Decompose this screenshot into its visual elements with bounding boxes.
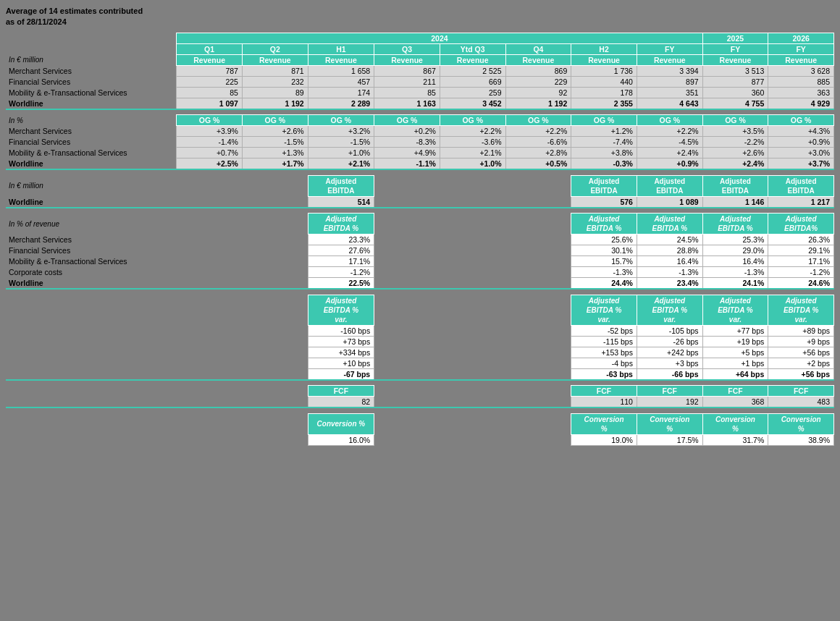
worldline-rev-fy2026: 4 929: [768, 98, 834, 109]
financial-adj-pct-fy2025: 29.0%: [702, 245, 768, 256]
report-header: Average of 14 estimates contributed as o…: [6, 6, 834, 28]
in-eur-million-label: In € million: [6, 54, 177, 65]
adj-ebitda-fy2025-val: 1 146: [702, 196, 768, 208]
financial-og-q4: -6.6%: [505, 137, 571, 148]
in-pct-label: In %: [6, 115, 177, 126]
fcf-h1-header: FCF: [308, 386, 374, 397]
mobility-og-label: Mobility & e-Transactional Services: [6, 148, 177, 159]
adj-ebitda-pct-fy2026-header: AdjustedEBITDA%: [768, 214, 834, 235]
financial-rev-h1: 457: [308, 76, 374, 87]
fcf-h1-val: 82: [308, 397, 374, 408]
adj-ebitda-pct-h2-header: AdjustedEBITDA %: [571, 214, 637, 235]
og-h2: OG %: [571, 115, 637, 126]
financial-og-q1: -1.4%: [177, 137, 243, 148]
fcf-header-row: FCF FCF FCF FCF FCF: [6, 386, 834, 397]
mobility-var-row: +334 bps +153 bps +242 bps +5 bps +56 bp…: [6, 347, 834, 358]
mobility-og-h1: +1.0%: [308, 148, 374, 159]
fcf-fy-val: 192: [637, 397, 702, 408]
worldline-rev-q4: 1 192: [505, 98, 571, 109]
merchant-adj-pct-fy: 24.5%: [637, 235, 702, 245]
mobility-rev-q3: 85: [374, 87, 440, 98]
merchant-rev-q3: 867: [374, 65, 440, 76]
conversion-h1-header: Conversion %: [308, 413, 374, 434]
adj-ebitda-var-h1-header: AdjustedEBITDA %var.: [308, 295, 374, 325]
financial-og-fy2026: +0.9%: [768, 137, 834, 148]
worldline-og-label: Worldline: [6, 159, 177, 170]
merchant-adj-pct-fy2026: 26.3%: [768, 235, 834, 245]
og-q2: OG %: [242, 115, 308, 126]
ytdq3-header: Ytd Q3: [440, 43, 505, 54]
merchant-adj-pct-row: Merchant Services 23.3% 25.6% 24.5% 25.3…: [6, 235, 834, 245]
financial-rev-q2: 232: [242, 76, 308, 87]
rev-fy: Revenue: [637, 54, 702, 65]
mobility-adj-pct-fy: 16.4%: [637, 256, 702, 267]
mobility-revenue-row: Mobility & e-Transactional Services 85 8…: [6, 87, 834, 98]
merchant-adj-pct-h1: 23.3%: [308, 235, 374, 245]
worldline-rev-fy2025: 4 755: [702, 98, 768, 109]
worldline-og-h1: +2.1%: [308, 159, 374, 170]
adj-ebitda-var-h2-header: AdjustedEBITDA %var.: [571, 295, 637, 325]
worldline-var-fy2026: +56 bps: [768, 368, 834, 380]
og-q3: OG %: [374, 115, 440, 126]
fcf-fy2026-header: FCF: [768, 386, 834, 397]
og-h1: OG %: [308, 115, 374, 126]
adj-ebitda-var-fy2025-header: AdjustedEBITDA %var.: [702, 295, 768, 325]
corporate-var-row: +10 bps -4 bps +3 bps +1 bps +2 bps: [6, 358, 834, 368]
corporate-adj-pct-fy: -1.3%: [637, 267, 702, 278]
worldline-og-h2: -0.3%: [571, 159, 637, 170]
mobility-rev-fy2025: 360: [702, 87, 768, 98]
merchant-var-fy2026: +89 bps: [768, 325, 834, 336]
corporate-adj-pct-h2: -1.3%: [571, 267, 637, 278]
header-line1: Average of 14 estimates contributed: [6, 6, 834, 17]
year-2025-header: 2025: [702, 33, 768, 43]
mobility-rev-h2: 178: [571, 87, 637, 98]
mobility-var-fy: +242 bps: [637, 347, 702, 358]
financial-og-h1: -1.5%: [308, 137, 374, 148]
mobility-adj-pct-h2: 15.7%: [571, 256, 637, 267]
conversion-value-row: 16.0% 19.0% 17.5% 31.7% 38.9%: [6, 434, 834, 445]
merchant-og-row: Merchant Services +3.9% +2.6% +3.2% +0.2…: [6, 126, 834, 137]
rev-q3: Revenue: [374, 54, 440, 65]
conversion-header-row: Conversion % Conversion% Conversion% Con…: [6, 413, 834, 434]
mobility-og-fy: +2.4%: [637, 148, 702, 159]
worldline-revenue-row: Worldline 1 097 1 192 2 289 1 163 3 452 …: [6, 98, 834, 109]
spacer-2: [6, 169, 834, 175]
merchant-revenue-row: Merchant Services 787 871 1 658 867 2 52…: [6, 65, 834, 76]
mobility-og-fy2025: +2.6%: [702, 148, 768, 159]
worldline-og-row: Worldline +2.5% +1.7% +2.1% -1.1% +1.0% …: [6, 159, 834, 170]
main-table: 2024 2025 2026 Q1 Q2 H1 Q3 Ytd Q3 Q4 H2 …: [6, 33, 834, 446]
corporate-var-h1: +10 bps: [308, 358, 374, 368]
corporate-var-fy2025: +1 bps: [702, 358, 768, 368]
mobility-adj-pct-label: Mobility & e-Transactional Services: [6, 256, 177, 267]
period-corner: [6, 43, 177, 54]
financial-rev-h2: 440: [571, 76, 637, 87]
worldline-og-q3: -1.1%: [374, 159, 440, 170]
fcf-h2-header: FCF: [571, 386, 637, 397]
mobility-rev-q1: 85: [177, 87, 243, 98]
merchant-adj-pct-label: Merchant Services: [6, 235, 177, 245]
mobility-og-q2: +1.3%: [242, 148, 308, 159]
financial-var-h2: -115 bps: [571, 336, 637, 347]
corner-cell: [6, 33, 177, 43]
worldline-adj-pct-fy2025: 24.1%: [702, 278, 768, 290]
financial-rev-ytdq3: 669: [440, 76, 505, 87]
conversion-fy-header: Conversion%: [637, 413, 702, 434]
worldline-adj-ebitda-label: Worldline: [6, 196, 177, 208]
mobility-adj-pct-fy2026: 17.1%: [768, 256, 834, 267]
financial-og-fy2025: -2.2%: [702, 137, 768, 148]
financial-revenue-row: Financial Services 225 232 457 211 669 2…: [6, 76, 834, 87]
merchant-og-label: Merchant Services: [6, 126, 177, 137]
year-2024-header: 2024: [177, 33, 702, 43]
financial-rev-fy2025: 877: [702, 76, 768, 87]
adj-ebitda-var-header-row: AdjustedEBITDA %var. AdjustedEBITDA %var…: [6, 295, 834, 325]
og-fy2026: OG %: [768, 115, 834, 126]
spacer-4: [6, 289, 834, 295]
h1-header: H1: [308, 43, 374, 54]
worldline-og-fy: +0.9%: [637, 159, 702, 170]
fcf-h2-val: 110: [571, 397, 637, 408]
worldline-rev-q3: 1 163: [374, 98, 440, 109]
mobility-label: Mobility & e-Transactional Services: [6, 87, 177, 98]
financial-og-q2: -1.5%: [242, 137, 308, 148]
adj-ebitda-pct-header-row: In % of revenue AdjustedEBITDA % Adjuste…: [6, 214, 834, 235]
corporate-adj-pct-fy2026: -1.2%: [768, 267, 834, 278]
